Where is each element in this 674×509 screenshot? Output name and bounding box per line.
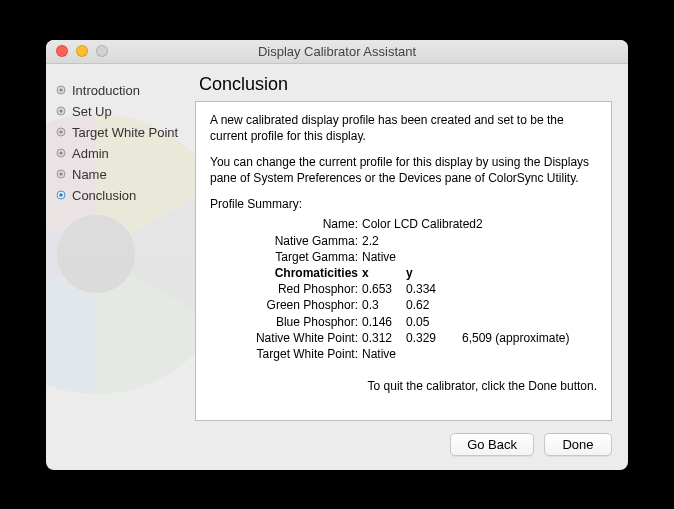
bullet-active-icon — [56, 190, 66, 200]
sidebar-item-setup: Set Up — [56, 101, 181, 122]
y: 0.329 — [406, 330, 450, 346]
sidebar-item-label: Set Up — [72, 104, 112, 119]
minimize-icon[interactable] — [76, 45, 88, 57]
sidebar-item-label: Admin — [72, 146, 109, 161]
sidebar: Introduction Set Up Target White Point A… — [46, 64, 191, 470]
row-native-gamma: Native Gamma: 2.2 — [234, 233, 575, 249]
row-name: Name: Color LCD Calibrated2 — [234, 216, 575, 232]
label: Native White Point: — [234, 330, 362, 346]
row-red: Red Phosphor: 0.653 0.334 — [234, 281, 575, 297]
extra: 6,509 (approximate) — [450, 330, 575, 346]
window: Display Calibrator Assistant Introductio… — [46, 40, 628, 470]
button-row: Go Back Done — [195, 433, 612, 456]
zoom-icon — [96, 45, 108, 57]
content: Introduction Set Up Target White Point A… — [46, 64, 628, 470]
label: Name: — [234, 216, 362, 232]
sidebar-item-target-white-point: Target White Point — [56, 122, 181, 143]
label: Chromaticities — [234, 265, 362, 281]
label: Green Phosphor: — [234, 297, 362, 313]
sidebar-item-name: Name — [56, 164, 181, 185]
svg-point-11 — [59, 172, 62, 175]
bullet-icon — [56, 127, 66, 137]
sidebar-item-label: Target White Point — [72, 125, 178, 140]
label: Red Phosphor: — [234, 281, 362, 297]
summary-table: Name: Color LCD Calibrated2 Native Gamma… — [234, 216, 575, 362]
y-header: y — [406, 265, 450, 281]
value: Native — [362, 249, 575, 265]
value: Color LCD Calibrated2 — [362, 216, 575, 232]
row-chromaticities-header: Chromaticities x y — [234, 265, 575, 281]
row-target-gamma: Target Gamma: Native — [234, 249, 575, 265]
row-blue: Blue Phosphor: 0.146 0.05 — [234, 314, 575, 330]
value: Native — [362, 346, 575, 362]
svg-point-13 — [59, 193, 63, 197]
done-button[interactable]: Done — [544, 433, 612, 456]
footer-note: To quit the calibrator, click the Done b… — [210, 378, 597, 394]
window-title: Display Calibrator Assistant — [258, 44, 416, 59]
sidebar-item-introduction: Introduction — [56, 80, 181, 101]
row-green: Green Phosphor: 0.3 0.62 — [234, 297, 575, 313]
x: 0.312 — [362, 330, 406, 346]
sidebar-item-label: Conclusion — [72, 188, 136, 203]
bullet-icon — [56, 106, 66, 116]
x-header: x — [362, 265, 406, 281]
bullet-icon — [56, 169, 66, 179]
close-icon[interactable] — [56, 45, 68, 57]
go-back-button[interactable]: Go Back — [450, 433, 534, 456]
y: 0.334 — [406, 281, 450, 297]
svg-point-7 — [59, 130, 62, 133]
x: 0.146 — [362, 314, 406, 330]
sidebar-item-label: Name — [72, 167, 107, 182]
bullet-icon — [56, 85, 66, 95]
intro-paragraph-1: A new calibrated display profile has bee… — [210, 112, 597, 144]
sidebar-item-admin: Admin — [56, 143, 181, 164]
x: 0.653 — [362, 281, 406, 297]
page-title: Conclusion — [199, 74, 612, 95]
svg-point-9 — [59, 151, 62, 154]
bullet-icon — [56, 148, 66, 158]
label: Native Gamma: — [234, 233, 362, 249]
summary-title: Profile Summary: — [210, 196, 597, 212]
label: Target White Point: — [234, 346, 362, 362]
svg-point-3 — [59, 88, 62, 91]
intro-paragraph-2: You can change the current profile for t… — [210, 154, 597, 186]
row-native-white-point: Native White Point: 0.312 0.329 6,509 (a… — [234, 330, 575, 346]
row-target-white-point: Target White Point: Native — [234, 346, 575, 362]
traffic-lights — [56, 45, 108, 57]
value: 2.2 — [362, 233, 575, 249]
sidebar-item-label: Introduction — [72, 83, 140, 98]
x: 0.3 — [362, 297, 406, 313]
panel: A new calibrated display profile has bee… — [195, 101, 612, 421]
y: 0.05 — [406, 314, 450, 330]
y: 0.62 — [406, 297, 450, 313]
titlebar: Display Calibrator Assistant — [46, 40, 628, 64]
svg-point-5 — [59, 109, 62, 112]
sidebar-item-conclusion: Conclusion — [56, 185, 181, 206]
label: Target Gamma: — [234, 249, 362, 265]
main: Conclusion A new calibrated display prof… — [191, 64, 628, 470]
label: Blue Phosphor: — [234, 314, 362, 330]
